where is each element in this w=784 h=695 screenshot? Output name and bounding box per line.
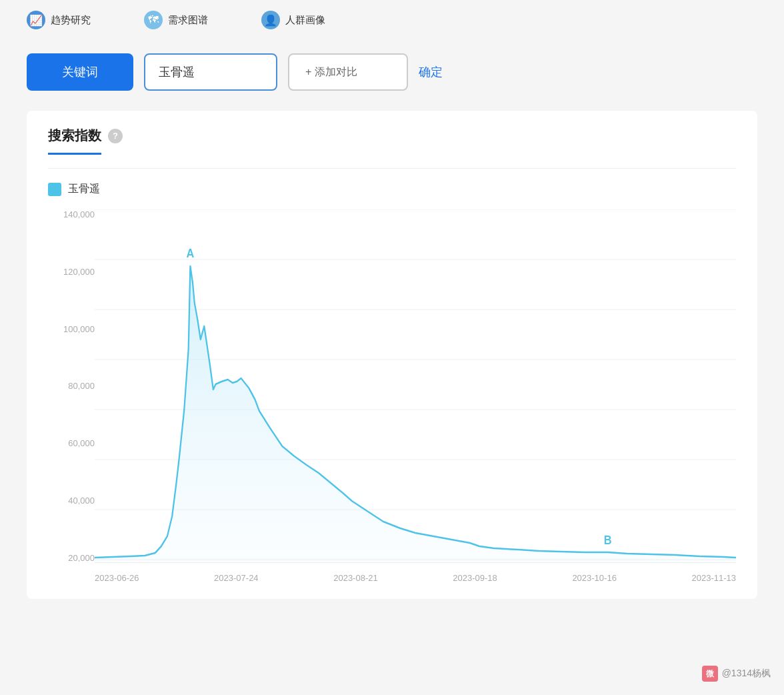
- add-compare-label: + 添加对比: [305, 65, 357, 79]
- search-input-value: 玉骨遥: [159, 64, 195, 80]
- y-label-140k: 140,000: [48, 209, 95, 219]
- legend-color-swatch: [48, 183, 61, 196]
- y-label-40k: 40,000: [48, 496, 95, 506]
- chart-legend: 玉骨遥: [48, 182, 736, 196]
- x-label-3: 2023-09-18: [453, 573, 497, 583]
- portrait-icon: 👤: [261, 11, 280, 29]
- search-bar: 关键词 玉骨遥 + 添加对比 确定: [0, 40, 784, 104]
- x-axis: 2023-06-26 2023-07-24 2023-08-21 2023-09…: [95, 573, 736, 583]
- y-label-80k: 80,000: [48, 381, 95, 391]
- nav-label-demand: 需求图谱: [168, 14, 208, 27]
- top-nav: 📈 趋势研究 🗺 需求图谱 👤 人群画像: [0, 0, 784, 40]
- legend-label: 玉骨遥: [68, 182, 100, 196]
- y-label-100k: 100,000: [48, 324, 95, 334]
- nav-item-demand[interactable]: 🗺 需求图谱: [144, 11, 208, 29]
- nav-item-trend[interactable]: 📈 趋势研究: [27, 11, 91, 29]
- y-label-120k: 120,000: [48, 267, 95, 277]
- y-label-20k: 20,000: [48, 553, 95, 563]
- x-label-2: 2023-08-21: [333, 573, 378, 583]
- y-label-60k: 60,000: [48, 438, 95, 448]
- help-icon[interactable]: ?: [108, 129, 123, 143]
- confirm-button[interactable]: 确定: [419, 64, 443, 80]
- y-axis: 140,000 120,000 100,000 80,000 60,000 40…: [48, 209, 95, 563]
- chart-point-b: B: [604, 533, 612, 547]
- section-title-text: 搜索指数: [48, 127, 101, 145]
- x-label-4: 2023-10-16: [572, 573, 617, 583]
- section-divider: [48, 168, 736, 169]
- main-card: 搜索指数 ? 玉骨遥 140,000 120,000 100,000 80,00…: [27, 111, 757, 599]
- search-input[interactable]: 玉骨遥: [144, 53, 277, 91]
- x-label-5: 2023-11-13: [691, 573, 736, 583]
- trend-icon: 📈: [27, 11, 45, 29]
- watermark-text: @1314杨枫: [722, 668, 771, 680]
- nav-item-portrait[interactable]: 👤 人群画像: [261, 11, 325, 29]
- title-underline: [48, 153, 101, 155]
- demand-icon: 🗺: [144, 11, 163, 29]
- x-label-1: 2023-07-24: [214, 573, 259, 583]
- keyword-button[interactable]: 关键词: [27, 53, 133, 91]
- chart-point-a: A: [186, 246, 194, 260]
- watermark: 微 @1314杨枫: [702, 666, 771, 682]
- x-label-0: 2023-06-26: [95, 573, 139, 583]
- weibo-icon: 微: [702, 666, 718, 682]
- section-title: 搜索指数 ?: [48, 127, 736, 145]
- nav-label-portrait: 人群画像: [285, 14, 325, 27]
- add-compare-button[interactable]: + 添加对比: [288, 53, 408, 91]
- nav-label-trend: 趋势研究: [51, 14, 91, 27]
- chart-container: 140,000 120,000 100,000 80,000 60,000 40…: [48, 209, 736, 583]
- chart-svg: A B: [95, 209, 736, 563]
